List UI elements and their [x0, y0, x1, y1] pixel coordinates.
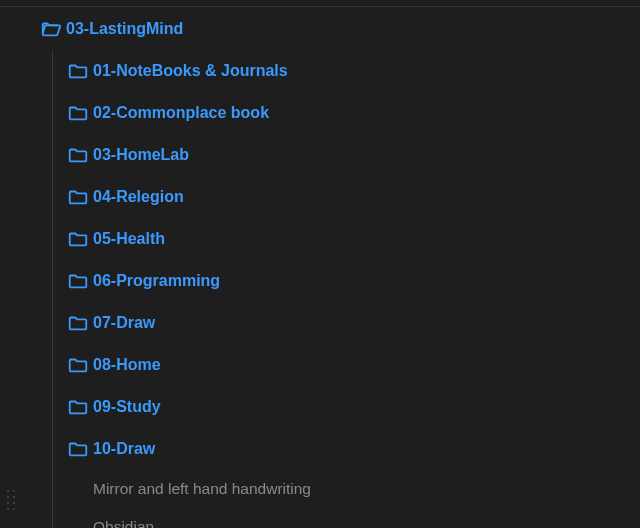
tree-file-item[interactable]: Obsidian	[67, 508, 640, 528]
folder-icon	[67, 102, 89, 124]
folder-icon	[67, 144, 89, 166]
file-tree: 03-LastingMind 01-NoteBooks & Journals 0…	[0, 0, 640, 528]
folder-icon	[67, 270, 89, 292]
folder-icon	[67, 354, 89, 376]
tree-folder-item[interactable]: 04-Relegion	[67, 176, 640, 218]
tree-children: 01-NoteBooks & Journals 02-Commonplace b…	[52, 50, 640, 528]
tree-folder-label: 07-Draw	[93, 314, 155, 332]
tree-folder-item[interactable]: 06-Programming	[67, 260, 640, 302]
tree-folder-item[interactable]: 08-Home	[67, 344, 640, 386]
tree-folder-item[interactable]: 10-Draw	[67, 428, 640, 470]
tree-folder-label: 10-Draw	[93, 440, 155, 458]
tree-folder-label: 03-HomeLab	[93, 146, 189, 164]
tree-root-folder[interactable]: 03-LastingMind	[40, 18, 640, 40]
drag-handle-icon[interactable]	[7, 490, 15, 510]
panel-top-border	[0, 6, 640, 7]
tree-folder-label: 02-Commonplace book	[93, 104, 269, 122]
tree-folder-item[interactable]: 09-Study	[67, 386, 640, 428]
folder-icon	[67, 438, 89, 460]
tree-file-item[interactable]: Mirror and left hand handwriting	[67, 470, 640, 508]
tree-folder-label: 04-Relegion	[93, 188, 184, 206]
tree-folder-item[interactable]: 05-Health	[67, 218, 640, 260]
tree-folder-item[interactable]: 02-Commonplace book	[67, 92, 640, 134]
tree-folder-item[interactable]: 01-NoteBooks & Journals	[67, 50, 640, 92]
tree-folder-label: 06-Programming	[93, 272, 220, 290]
tree-file-label: Mirror and left hand handwriting	[93, 480, 311, 497]
folder-icon	[67, 60, 89, 82]
folder-icon	[67, 186, 89, 208]
tree-folder-label: 05-Health	[93, 230, 165, 248]
tree-folder-label: 01-NoteBooks & Journals	[93, 62, 288, 80]
tree-root-label: 03-LastingMind	[66, 20, 183, 38]
tree-folder-label: 09-Study	[93, 398, 161, 416]
tree-folder-label: 08-Home	[93, 356, 161, 374]
folder-icon	[67, 228, 89, 250]
folder-icon	[67, 312, 89, 334]
folder-open-icon	[40, 18, 62, 40]
tree-file-label: Obsidian	[93, 518, 154, 528]
folder-icon	[67, 396, 89, 418]
tree-folder-item[interactable]: 03-HomeLab	[67, 134, 640, 176]
tree-folder-item[interactable]: 07-Draw	[67, 302, 640, 344]
